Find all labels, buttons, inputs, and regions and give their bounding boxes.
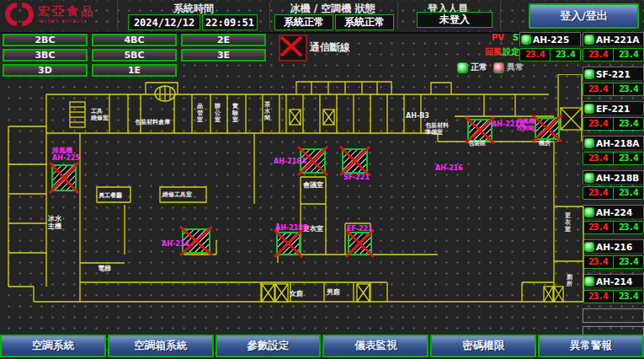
unit-sv-value: 23.4 — [614, 118, 643, 130]
unit-sv-value: 23.4 — [614, 187, 643, 199]
footer-button-3[interactable]: 參數設定 — [216, 335, 322, 357]
unit-status-lamp-icon — [584, 276, 594, 287]
unit-button-ah-218b[interactable]: AH-218B — [583, 170, 644, 185]
unit-status-lamp-icon — [584, 138, 594, 148]
unit-button-ah-221a[interactable]: AH-221A — [583, 32, 644, 46]
floor-button-2e[interactable]: 2E — [181, 34, 266, 46]
comm-fail-marker[interactable] — [274, 230, 302, 257]
brand-name-en: HUNYA FOODS — [38, 19, 95, 24]
shaft-x-icon — [554, 287, 563, 302]
stair-icon — [70, 102, 85, 127]
normal-lamp-icon — [457, 62, 468, 73]
map-room-label: 機房 — [538, 139, 551, 147]
floor-button-2bc[interactable]: 2BC — [3, 34, 88, 46]
map-room-label: 廁所 — [566, 273, 572, 287]
map-room-label: 茶水間 — [263, 101, 271, 121]
brand-name: 宏亞食品 — [38, 5, 95, 17]
pv-column-label: PV — [492, 33, 504, 42]
normal-legend: 正常 — [457, 62, 487, 73]
comm-fail-legend-label: 通信斷線 — [310, 40, 350, 55]
header-separator — [396, 2, 398, 29]
unit-sv-value: 23.4 — [614, 49, 643, 61]
map-room-label: 包裝區 — [467, 140, 486, 147]
unit-button-ah-225[interactable]: AH-225 — [519, 32, 581, 46]
abnormal-lamp-icon — [493, 62, 504, 73]
floor-button-3bc[interactable]: 3BC — [3, 49, 88, 62]
floor-button-3e[interactable]: 3E — [181, 49, 266, 62]
map-room-label: 包裝材料準備室 — [424, 121, 449, 136]
shaft-x-icon — [275, 284, 288, 302]
header-separator — [268, 2, 270, 29]
unit-status-lamp-icon — [584, 207, 594, 217]
unit-sv-value: 23.4 — [614, 256, 643, 268]
map-room-label: 女廁 — [289, 289, 303, 297]
unit-values: 23.423.4 — [583, 48, 644, 62]
unit-name: AH-225 — [533, 35, 569, 45]
floor-button-5bc[interactable]: 5BC — [92, 49, 177, 62]
unit-values: 23.423.4 — [583, 152, 644, 165]
unit-sv-value: 23.4 — [614, 291, 643, 303]
unit-values: 23.423.4 — [583, 83, 644, 96]
unit-button-sf-221[interactable]: SF-221 — [583, 67, 644, 81]
floor-plan-map: 工具維修室包裝材料倉庫品管室辦公室實驗室茶水間AH-B3包裝材料準備室包裝區機房… — [0, 74, 585, 332]
map-room-label: 冰水主機 — [47, 215, 62, 230]
unit-button-ah-214[interactable]: AH-214 — [583, 274, 644, 288]
footer-button-4[interactable]: 儀表監視 — [322, 335, 428, 357]
map-equipment-label: AH-216 — [435, 164, 463, 172]
unit-button-ah-218a[interactable]: AH-218A — [583, 136, 644, 150]
unit-button-ah-224[interactable]: AH-224 — [583, 205, 644, 219]
unit-name: SF-221 — [596, 69, 631, 79]
map-room-label: 電梯 — [98, 265, 111, 272]
unit-sv-value: 23.4 — [614, 153, 643, 164]
unit-button-ah-216[interactable]: AH-216 — [583, 239, 644, 254]
unit-button-ef-221[interactable]: EF-221 — [583, 101, 644, 115]
comm-fail-marker[interactable] — [346, 230, 374, 257]
unit-sv-value: 23.4 — [551, 49, 580, 61]
unit-slot-first: AH-22523.423.4 — [519, 32, 581, 67]
unit-pv-value: 23.4 — [520, 49, 551, 61]
unit-sv-value: 23.4 — [614, 83, 643, 95]
system-time-value: 22:09:51 — [202, 14, 258, 30]
unit-name: AH-216 — [596, 242, 632, 252]
footer-menu: 空調系統空調箱系統參數設定儀表監視密碼權限異常警報 — [0, 335, 644, 357]
shaft-x-icon — [323, 110, 334, 125]
unit-sv-value: 23.4 — [614, 222, 643, 233]
map-equipment-label: 排風機控制箱 — [516, 118, 535, 131]
header: 宏亞食品 HUNYA FOODS 系統時間 2024/12/12 22:09:5… — [0, 0, 644, 34]
unit-pv-value: 23.4 — [583, 153, 614, 164]
footer-button-2[interactable]: 空調箱系統 — [108, 335, 214, 357]
comm-fail-marker[interactable] — [533, 115, 562, 142]
floor-selector: 2BC4BC2E3BC5BC3E3D1E — [3, 34, 266, 77]
floor-button-4bc[interactable]: 4BC — [92, 34, 177, 46]
footer-button-6[interactable]: 異常警報 — [538, 335, 644, 357]
shaft-x-icon — [357, 284, 370, 302]
system-date-value: 2024/12/12 — [128, 14, 200, 30]
login-status-value: 未登入 — [417, 12, 492, 28]
unit-status-lamp-icon — [521, 35, 531, 45]
unit-pv-value: 23.4 — [583, 118, 614, 130]
comm-fail-legend-icon — [279, 35, 307, 62]
login-logout-button[interactable]: 登入/登出 — [529, 3, 639, 29]
unit-pv-value: 23.4 — [583, 187, 614, 199]
footer-button-5[interactable]: 密碼權限 — [430, 335, 536, 357]
shaft-x-icon — [262, 284, 274, 302]
unit-values: 23.423.4 — [519, 48, 581, 62]
map-equipment-label: AH-218A — [274, 158, 307, 165]
pv-desc-label: 回風 — [485, 46, 502, 58]
comm-fail-marker[interactable] — [340, 147, 370, 175]
map-room-label: 實驗室 — [232, 103, 239, 123]
unit-values: 23.423.4 — [583, 117, 644, 131]
map-room-label: 包裝材料倉庫 — [134, 118, 171, 126]
company-logo: 宏亞食品 HUNYA FOODS — [4, 2, 95, 27]
unit-pv-value: 23.4 — [583, 222, 614, 233]
unit-name: AH-214 — [596, 276, 632, 287]
map-room-label: 員工餐廳 — [98, 191, 122, 199]
map-room-label: 辦公室 — [214, 102, 221, 123]
unit-values: 23.423.4 — [583, 221, 644, 234]
map-equipment-label: AH-214 — [162, 240, 189, 248]
unit-status-lamp-icon — [584, 173, 594, 183]
comm-fail-marker[interactable] — [50, 163, 78, 193]
unit-values: 23.423.4 — [583, 255, 644, 269]
normal-legend-label: 正常 — [471, 62, 487, 73]
footer-button-1[interactable]: 空調系統 — [0, 335, 106, 357]
